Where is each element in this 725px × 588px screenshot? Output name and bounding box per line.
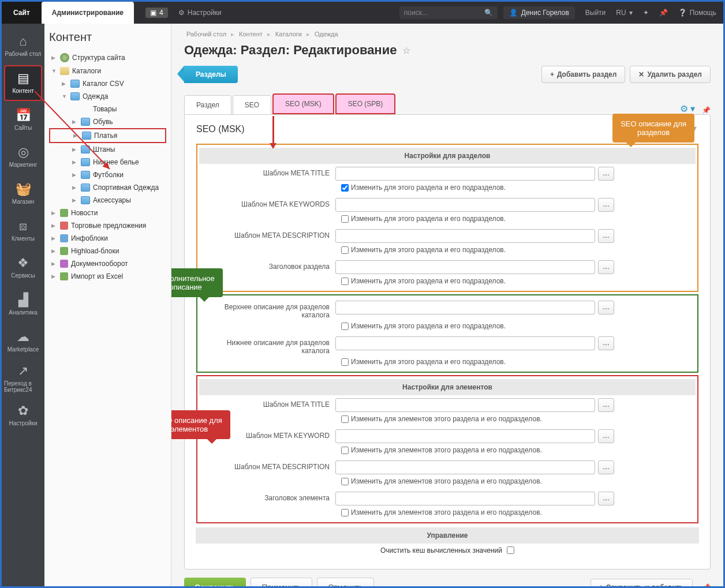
expand-icon[interactable]: ▶ — [72, 197, 78, 203]
breadcrumb-item[interactable]: Рабочий стол — [186, 31, 226, 38]
tab-admin[interactable]: Администрирование — [42, 2, 134, 24]
search-input[interactable]: поиск...🔍 — [399, 6, 498, 19]
template-picker-button[interactable]: … — [598, 301, 614, 314]
top-icon-pin[interactable]: 📌 — [659, 9, 668, 17]
tree-item[interactable]: ▼Одежда — [49, 90, 166, 103]
tree-item[interactable]: ▶Инфоблоки — [49, 232, 166, 245]
expand-icon[interactable]: ▶ — [51, 274, 57, 279]
template-picker-button[interactable]: … — [598, 229, 614, 243]
field-input[interactable] — [335, 336, 595, 350]
override-checkbox[interactable] — [341, 415, 349, 423]
field-input[interactable] — [335, 229, 595, 243]
tree-item[interactable]: ▶Штаны — [49, 143, 166, 156]
tree-item[interactable]: ▼Каталоги — [49, 65, 166, 77]
tree-item[interactable]: ▶Документооборот — [49, 257, 166, 270]
field-input[interactable] — [335, 198, 595, 212]
save-add-button[interactable]: +Сохранить и добавить — [591, 579, 693, 587]
tree-item[interactable]: ▶Платья — [49, 128, 166, 143]
override-checkbox[interactable] — [341, 215, 349, 223]
expand-icon[interactable]: ▶ — [51, 210, 57, 216]
cancel-button[interactable]: Отменить — [317, 578, 374, 586]
breadcrumb-item[interactable]: Контент — [239, 31, 263, 38]
override-checkbox[interactable] — [341, 447, 349, 454]
tree-item[interactable]: ▶Аксессуары — [49, 194, 166, 207]
override-checkbox[interactable] — [341, 509, 349, 516]
tree-item[interactable]: ▶Структура сайта — [49, 51, 166, 65]
tab-seo-msk-[interactable]: SEO (MSK) — [272, 93, 334, 114]
nav-сайты[interactable]: 📅Сайты — [4, 102, 42, 138]
tree-item[interactable]: Товары — [49, 103, 166, 115]
expand-icon[interactable]: ▶ — [62, 81, 68, 87]
breadcrumb-item[interactable]: Каталоги — [275, 31, 302, 38]
override-checkbox[interactable] — [341, 323, 349, 330]
tab-раздел[interactable]: Раздел — [184, 95, 231, 114]
override-checkbox[interactable] — [341, 278, 349, 285]
tree-item[interactable]: ▶Футболки — [49, 168, 166, 181]
nav-переход-в-битрикс24[interactable]: ↗Переход в Битрикс24 — [4, 361, 42, 396]
fav-star-icon[interactable]: ☆ — [402, 45, 410, 56]
expand-icon[interactable]: ▶ — [51, 223, 57, 229]
tree-item[interactable]: ▶Спортивная Одежда — [49, 181, 166, 194]
expand-icon[interactable]: ▶ — [73, 133, 79, 138]
tree-item[interactable]: ▶Highload-блоки — [49, 245, 166, 257]
pin-icon[interactable]: 📌 — [702, 583, 711, 587]
notification-badge[interactable]: ▣4 — [145, 8, 168, 18]
tab-seo[interactable]: SEO — [233, 95, 271, 114]
template-picker-button[interactable]: … — [598, 260, 614, 274]
top-icon-1[interactable]: ✦ — [643, 9, 649, 17]
tree-item[interactable]: ▶Новости — [49, 207, 166, 219]
expand-icon[interactable]: ▶ — [51, 261, 57, 267]
apply-button[interactable]: Применить — [251, 578, 312, 586]
nav-рабочий-стол[interactable]: ⌂Рабочий стол — [4, 28, 42, 64]
add-section-button[interactable]: +Добавить раздел — [541, 66, 626, 83]
expand-icon[interactable]: ▶ — [72, 159, 78, 165]
template-picker-button[interactable]: … — [598, 492, 614, 505]
template-picker-button[interactable]: … — [598, 167, 614, 181]
tree-item[interactable]: ▶Импорт из Excel — [49, 270, 166, 283]
user-menu[interactable]: 👤Денис Горелов — [503, 6, 575, 19]
template-picker-button[interactable]: … — [598, 398, 614, 412]
field-input[interactable] — [335, 398, 595, 412]
tab-site[interactable]: Сайт — [2, 2, 42, 24]
field-input[interactable] — [335, 429, 595, 443]
nav-настройки[interactable]: ✿Настройки — [4, 398, 42, 433]
template-picker-button[interactable]: … — [598, 429, 614, 443]
pin-icon[interactable]: 📌 — [702, 106, 711, 114]
field-input[interactable] — [335, 260, 595, 274]
delete-section-button[interactable]: ✕Удалить раздел — [630, 66, 711, 83]
nav-магазин[interactable]: 🧺Магазин — [4, 176, 42, 212]
expand-icon[interactable]: ▶ — [72, 185, 78, 190]
clear-cache-checkbox[interactable] — [507, 546, 514, 554]
expand-icon[interactable]: ▼ — [51, 68, 57, 74]
field-input[interactable] — [335, 167, 595, 181]
expand-icon[interactable]: ▶ — [51, 235, 57, 241]
override-checkbox[interactable] — [341, 358, 349, 366]
tree-item[interactable]: ▶Обувь — [49, 115, 166, 128]
settings-gear-icon[interactable]: ⚙ ▾ — [680, 103, 695, 114]
logout-link[interactable]: Выйти — [585, 9, 606, 17]
field-input[interactable] — [335, 301, 595, 314]
expand-icon[interactable]: ▼ — [62, 93, 68, 99]
override-checkbox[interactable] — [341, 246, 349, 254]
override-checkbox[interactable] — [341, 478, 349, 485]
save-button[interactable]: Сохранить — [184, 578, 246, 586]
field-input[interactable] — [335, 460, 595, 474]
tree-item[interactable]: ▶Торговые предложения — [49, 219, 166, 232]
lang-switch[interactable]: RU ▾ — [616, 9, 632, 17]
expand-icon[interactable]: ▶ — [72, 147, 78, 152]
nav-клиенты[interactable]: ⧇Клиенты — [4, 213, 42, 249]
template-picker-button[interactable]: … — [598, 198, 614, 212]
tree-item[interactable]: ▶Каталог CSV — [49, 77, 166, 90]
expand-icon[interactable]: ▶ — [51, 55, 57, 61]
breadcrumb-item[interactable]: Одежда — [315, 31, 338, 38]
override-checkbox[interactable] — [341, 184, 349, 192]
top-settings[interactable]: ⚙Настройки — [178, 9, 222, 17]
nav-контент[interactable]: ▤Контент — [4, 65, 42, 101]
tree-item[interactable]: ▶Нижнее белье — [49, 156, 166, 168]
help-link[interactable]: ❔ Помощь — [678, 9, 716, 17]
nav-сервисы[interactable]: ❖Сервисы — [4, 250, 42, 286]
template-picker-button[interactable]: … — [598, 336, 614, 350]
tab-seo-spb-[interactable]: SEO (SPB) — [335, 93, 396, 114]
sections-button[interactable]: Разделы — [184, 66, 238, 83]
nav-маркетинг[interactable]: ◎Маркетинг — [4, 139, 42, 175]
